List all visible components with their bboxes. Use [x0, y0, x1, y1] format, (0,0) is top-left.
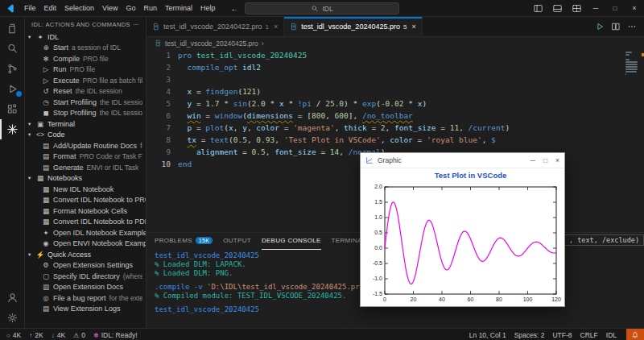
menu-help[interactable]: Help: [196, 2, 220, 14]
graphic-close-button[interactable]: ×: [555, 156, 559, 164]
status-4k[interactable]: ○4K: [6, 331, 21, 339]
pro-file-icon: [290, 23, 298, 31]
layout-sidebar-icon[interactable]: [528, 0, 547, 16]
activity-search[interactable]: [0, 39, 24, 59]
generate-icon: ▤: [41, 164, 51, 172]
run-icon: ▷: [41, 65, 51, 73]
close-tab-icon[interactable]: ×: [274, 23, 278, 31]
layout-panel-icon[interactable]: [547, 0, 567, 16]
command-open-idl-notebook-example[interactable]: ✦Open IDL Notebook Example: [25, 227, 146, 238]
command-open-envi-notebook-example[interactable]: ◉Open ENVI Notebook Example: [25, 238, 146, 250]
section-idl[interactable]: ▾✦IDL: [25, 31, 146, 43]
open-extension-settings-icon: ⚙: [41, 261, 51, 269]
tab-label: test_idl_vscode_20240422.pro: [163, 23, 262, 31]
chevron-down-icon: ▾: [28, 175, 35, 181]
command-stop-profiling[interactable]: ◼Stop Profilingthe IDL session: [25, 108, 146, 119]
panel-tab-problems[interactable]: PROBLEMS15K: [155, 233, 213, 250]
graphic-minimize-button[interactable]: ─: [530, 156, 535, 164]
menu-file[interactable]: File: [20, 2, 40, 14]
section-notebooks[interactable]: ▾▦Notebooks: [25, 173, 146, 185]
tree-item-label: View Extension Logs: [53, 305, 120, 313]
idl-graphic-window[interactable]: Graphic ─□× Test Plot in VSCode020406080…: [360, 152, 565, 307]
panel-tab-output[interactable]: OUTPUT: [223, 233, 251, 250]
editor-tab-test-idl-vscode-20240422-pro[interactable]: test_idl_vscode_20240422.pro1×: [147, 17, 284, 36]
open-idl-notebook-example-icon: ✦: [41, 229, 51, 237]
command-open-extension-docs[interactable]: ▥Open Extension Docs: [25, 282, 146, 293]
tree-item-label: Add/Update Routine Docs: [53, 142, 137, 150]
layout-grid-icon[interactable]: [567, 0, 586, 16]
status-2k[interactable]: ↑2K: [29, 331, 43, 339]
sidebar-more-icon[interactable]: ⋯: [133, 21, 139, 28]
status-4k[interactable]: ↓4K: [52, 331, 65, 339]
status-spaces-2[interactable]: Spaces: 2: [514, 331, 545, 339]
more-actions-button[interactable]: [627, 22, 637, 31]
tree-item-label: Reset: [53, 87, 72, 95]
split-editor-button[interactable]: [611, 22, 621, 31]
command-start-profiling[interactable]: ◷Start Profilingthe IDL session: [25, 97, 146, 108]
command-compile[interactable]: ✻CompilePRO file: [25, 53, 146, 64]
tree-item-label: Open Extension Docs: [53, 283, 123, 291]
status-ln-10-col-1[interactable]: Ln 10, Col 1: [469, 331, 506, 339]
section-code[interactable]: ▾<>Code: [25, 130, 146, 141]
command-file-a-bug-report[interactable]: ◎File a bug reportfor the extension: [25, 292, 146, 304]
command-view-extension-logs[interactable]: ▤View Extension Logs: [25, 304, 146, 315]
menu-selection[interactable]: Selection: [60, 2, 98, 14]
menu-edit[interactable]: Edit: [40, 2, 61, 14]
tree-item-label: Format: [53, 152, 76, 160]
command-specify-idl-directory[interactable]: ▢Specify IDL directory(where "idl.exe" o…: [25, 271, 146, 282]
breadcrumb[interactable]: test_idl_vscode_20240425.pro ›: [147, 37, 644, 49]
command-format[interactable]: ▤FormatPRO Code or Task File: [25, 151, 146, 163]
tree-item-label: Generate: [53, 164, 84, 172]
status-idl-ready[interactable]: ✻IDL: Ready!: [93, 331, 138, 339]
maximize-button[interactable]: □: [605, 0, 625, 16]
status-0[interactable]: ⚠0: [73, 331, 85, 339]
line-number: 5: [147, 97, 171, 110]
command-convert-idl-notebook-to-pro-code[interactable]: ▦Convert IDL Notebook to PRO Code: [25, 195, 146, 206]
svg-text:-0.5: -0.5: [373, 260, 382, 266]
status-crlf[interactable]: CRLF: [580, 331, 598, 339]
graphic-window-titlebar[interactable]: Graphic ─□×: [361, 153, 564, 168]
panel-tab-debug-console[interactable]: DEBUG CONSOLE: [262, 233, 321, 250]
command-convert-idl-notebook-to-pdf[interactable]: ▦Convert IDL Notebook to PDF: [25, 217, 146, 228]
command-add-update-routine-docs[interactable]: ▤Add/Update Routine Docsfor file: [25, 140, 146, 151]
command-start[interactable]: ⊕Starta session of IDL: [25, 43, 146, 54]
command-generate[interactable]: ▤GenerateENVI or IDL Task: [25, 162, 146, 173]
status-utf-8[interactable]: UTF-8: [552, 331, 572, 339]
tree-item-label: Open IDL Notebook Example: [53, 229, 146, 237]
close-button[interactable]: ×: [625, 0, 644, 16]
section-quick-access[interactable]: ▾⚡Quick Access: [25, 249, 146, 260]
activity-bar: [0, 17, 25, 328]
command-center-search[interactable]: IDL: [245, 2, 399, 15]
command-execute[interactable]: ▷ExecutePRO file as batch file: [25, 75, 146, 86]
graphic-maximize-button[interactable]: □: [543, 156, 547, 164]
status-idl[interactable]: IDL: [606, 331, 617, 339]
activity-explorer[interactable]: [0, 19, 24, 39]
activity-run-and-debug[interactable]: [0, 79, 24, 99]
menu-run[interactable]: Run: [139, 2, 161, 14]
activity-settings[interactable]: [0, 308, 24, 328]
notifications-bell[interactable]: [626, 329, 644, 340]
section-terminal[interactable]: ▾▣Terminal: [25, 118, 146, 130]
run-button[interactable]: [595, 22, 605, 31]
menu-go[interactable]: Go: [122, 2, 139, 14]
specify-idl-directory-icon: ▢: [41, 272, 51, 280]
command-reset[interactable]: ↺Resetthe IDL session: [25, 86, 146, 97]
activity-accounts[interactable]: [0, 288, 24, 308]
command-new-idl-notebook[interactable]: ▦New IDL Notebook: [25, 184, 146, 195]
tree-item-description: (where "idl.exe" or "i...: [123, 272, 142, 280]
nav-back-icon[interactable]: ←: [230, 4, 238, 13]
minimap[interactable]: [625, 52, 638, 75]
start-icon: ⊕: [41, 44, 51, 52]
activity-source-control[interactable]: [0, 59, 24, 79]
line-number: 6: [147, 110, 171, 122]
command-run[interactable]: ▷RunPRO file: [25, 64, 146, 76]
command-open-extension-settings[interactable]: ⚙Open Extension Settings: [25, 260, 146, 272]
editor-tab-test-idl-vscode-20240425-pro[interactable]: test_idl_vscode_20240425.pro5×: [284, 17, 422, 36]
menu-view[interactable]: View: [98, 2, 122, 14]
activity-idl-extension[interactable]: [0, 119, 24, 139]
activity-extensions[interactable]: [0, 99, 24, 119]
command-format-notebook-cells[interactable]: ▦Format Notebook Cells: [25, 205, 146, 217]
close-tab-icon[interactable]: ×: [411, 23, 415, 31]
menu-terminal[interactable]: Terminal: [161, 2, 196, 14]
minimize-button[interactable]: ─: [586, 0, 605, 16]
